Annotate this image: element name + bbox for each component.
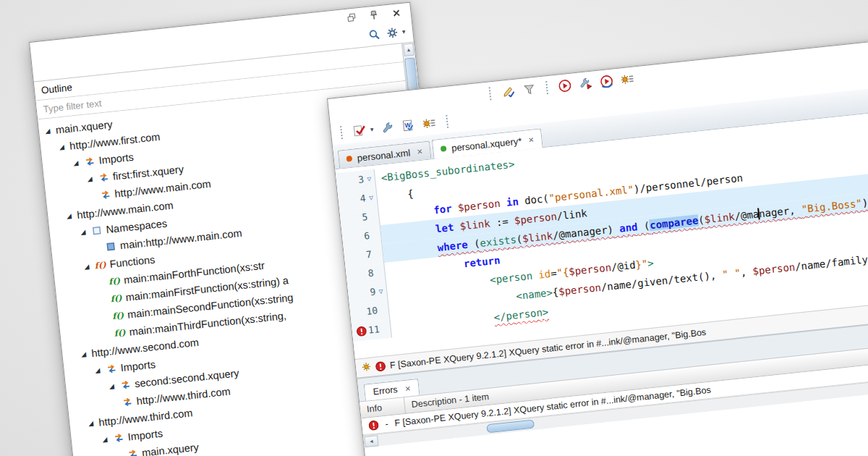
tree-item-label: main.xquery	[141, 442, 199, 456]
code-token: return	[463, 254, 501, 269]
function-group-icon: f()	[94, 260, 106, 271]
expand-arrow-icon[interactable]: ◢	[86, 419, 95, 427]
error-info-value: -	[385, 419, 389, 429]
function-icon: f()	[109, 276, 121, 287]
expand-arrow-icon[interactable]: ◢	[93, 366, 102, 374]
line-number: 6	[363, 227, 371, 246]
expand-arrow-icon[interactable]: ◢	[64, 212, 74, 220]
scroll-up-button[interactable]: ▲	[403, 43, 414, 56]
line-number: 11	[367, 320, 380, 339]
code-token: $link	[522, 229, 553, 244]
code-text: {	[407, 187, 414, 200]
code-token: ,	[740, 266, 753, 279]
edit-check-button[interactable]	[500, 84, 516, 100]
debug-transformation-button[interactable]	[599, 73, 615, 89]
code-token: id	[532, 268, 551, 282]
expand-arrow-icon[interactable]: ◢	[82, 263, 91, 271]
filter-funnel-button[interactable]	[521, 82, 537, 98]
toolbar-separator	[446, 115, 448, 128]
code-token: <person	[489, 270, 532, 286]
status-settings-icon	[361, 361, 372, 373]
code-token: <name>	[516, 287, 553, 302]
function-icon: f()	[112, 310, 124, 321]
imports-icon	[121, 397, 133, 408]
fold-marker-icon	[375, 272, 384, 273]
toolbar-separator	[545, 81, 548, 94]
file-status-dot	[441, 145, 447, 152]
apply-transformation-button[interactable]	[557, 78, 573, 94]
namespace-icon	[105, 242, 117, 252]
fold-marker-icon[interactable]: ▽	[375, 282, 387, 301]
configure-transformation-button[interactable]	[578, 75, 594, 91]
code-token: and	[618, 221, 638, 235]
code-token: >	[647, 257, 654, 269]
code-token: :=	[490, 215, 515, 229]
code-text: return	[463, 254, 501, 269]
code-token: doc(	[524, 193, 549, 206]
code-token: "Big.Boss"	[801, 198, 863, 216]
search-icon[interactable]	[368, 28, 381, 41]
function-icon: f()	[110, 293, 122, 305]
imports-icon	[119, 380, 132, 390]
imports-icon	[83, 156, 95, 166]
fold-marker-icon	[380, 329, 390, 329]
fold-marker-icon[interactable]: ▽	[365, 188, 377, 208]
imports-icon	[99, 190, 111, 200]
expand-arrow-icon[interactable]: ◢	[85, 175, 95, 183]
code-token: {	[407, 187, 414, 200]
code-token: }"	[635, 258, 648, 271]
scrollbar-thumb[interactable]	[486, 420, 535, 434]
line-number: 5	[361, 208, 369, 227]
imports-icon	[112, 433, 124, 443]
function-icon: f()	[114, 327, 126, 339]
fold-marker-icon	[368, 216, 378, 217]
imports-icon	[127, 449, 139, 456]
desktop-background: ▾ Outline ◢main.xquery◢http://www.first.…	[0, 0, 868, 456]
close-icon[interactable]	[390, 7, 403, 20]
expand-arrow-icon[interactable]: ◢	[78, 228, 88, 236]
wellformed-check-button[interactable]: W	[400, 118, 416, 134]
tab-close-icon[interactable]: ✕	[528, 135, 535, 144]
code-token: </person>	[493, 306, 549, 324]
tab-close-icon[interactable]: ✕	[416, 147, 422, 156]
code-token: $person	[752, 261, 796, 277]
tab-label: personal.xquery*	[451, 135, 522, 153]
code-token: $person	[514, 211, 557, 227]
imports-icon	[98, 172, 110, 182]
code-token: " "	[722, 267, 741, 281]
file-status-dot	[346, 156, 352, 162]
expand-arrow-icon[interactable]: ◢	[71, 159, 80, 167]
expand-arrow-icon[interactable]: ◢	[43, 127, 53, 135]
fold-marker-icon[interactable]: ▽	[364, 169, 375, 189]
toolbar-separator	[489, 87, 492, 100]
expand-arrow-icon[interactable]: ◢	[100, 435, 109, 443]
expand-arrow-icon[interactable]: ◢	[79, 350, 88, 358]
scroll-left-button[interactable]: ◄	[364, 435, 378, 447]
code-token: $person	[558, 282, 601, 297]
transformation-settings-button[interactable]	[620, 71, 636, 87]
expand-arrow-icon[interactable]: ◢	[57, 143, 67, 151]
validate-dropdown-button[interactable]: ▾	[370, 126, 374, 133]
tab-label: personal.xml	[357, 147, 411, 164]
code-token: $link	[459, 217, 491, 232]
code-token: comparee	[649, 214, 699, 231]
tree-item-label: Imports	[120, 358, 156, 373]
transformation-settings-button[interactable]	[421, 115, 437, 131]
outline-title: Outline	[41, 82, 72, 96]
close-icon[interactable]: ✕	[404, 384, 411, 393]
view-menu-gear-icon[interactable]	[386, 27, 399, 40]
view-menu-gear-dropdown-icon[interactable]: ▾	[401, 28, 406, 35]
code-token: )	[861, 196, 868, 209]
restore-icon[interactable]	[345, 11, 358, 24]
expand-arrow-icon[interactable]: ◢	[107, 382, 116, 390]
line-number: 7	[365, 245, 373, 265]
wrench-button[interactable]	[379, 120, 395, 136]
code-token: where	[437, 238, 475, 253]
status-error-icon	[375, 360, 386, 371]
pin-icon[interactable]	[367, 9, 380, 22]
code-token: /@id	[610, 259, 636, 273]
fold-marker-icon	[378, 310, 388, 311]
validate-button[interactable]	[352, 123, 367, 139]
code-token: for	[433, 202, 459, 216]
code-token: in	[500, 195, 525, 208]
